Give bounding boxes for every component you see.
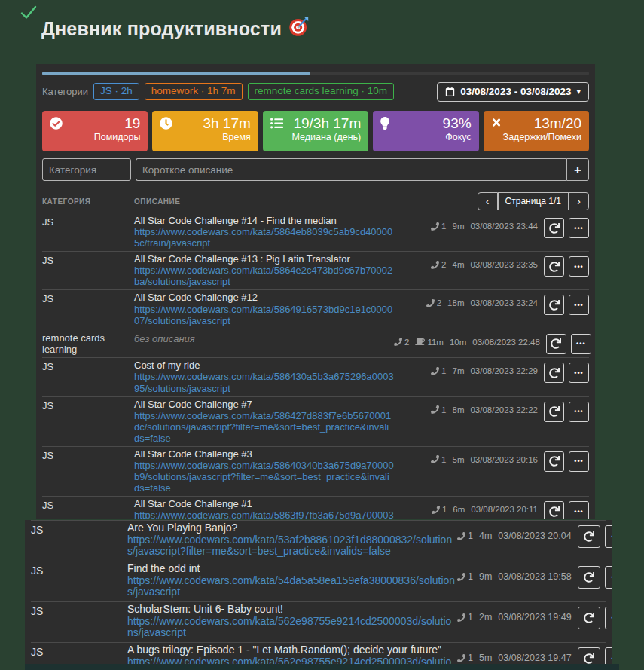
stat-value: 93% bbox=[380, 115, 471, 132]
category-input[interactable] bbox=[42, 158, 131, 181]
row-description: без описания bbox=[134, 331, 394, 344]
category-chip-remnote[interactable]: remnote cards learning · 10m bbox=[248, 83, 394, 100]
repeat-button[interactable] bbox=[544, 501, 564, 519]
row-duration: 5m bbox=[479, 653, 492, 663]
refresh-icon bbox=[549, 262, 560, 272]
scroll-indicator-thumb[interactable] bbox=[42, 72, 310, 75]
ellipsis-icon: ••• bbox=[574, 457, 583, 465]
more-button[interactable]: ••• bbox=[605, 566, 612, 589]
row-duration: 9m bbox=[452, 222, 464, 231]
row-meta: 1 7m 03/08/2023 22:29 bbox=[394, 359, 538, 375]
refresh-icon bbox=[549, 223, 560, 234]
more-button[interactable]: ••• bbox=[571, 334, 591, 354]
row-link[interactable]: https://www.codewars.com/kata/58640340b3… bbox=[134, 460, 394, 494]
page-indicator: Страница 1/1 bbox=[498, 192, 569, 210]
refresh-icon bbox=[584, 613, 594, 623]
repeat-button[interactable] bbox=[544, 218, 564, 238]
row-description: All Star Code Challenge #1 https://www.c… bbox=[134, 498, 394, 519]
repeat-button[interactable] bbox=[544, 256, 564, 277]
row-title: A bugs trilogy: Episode 1 - "Let Math.Ra… bbox=[127, 644, 457, 656]
category-chip-js[interactable]: JS · 2h bbox=[93, 83, 139, 100]
row-link[interactable]: https://www.codewars.com/kata/54da5a58ea… bbox=[127, 575, 457, 598]
row-link[interactable]: https://www.codewars.com/kata/5863f97fb3… bbox=[134, 509, 394, 519]
row-category: JS bbox=[42, 253, 134, 266]
more-button[interactable]: ••• bbox=[569, 295, 589, 315]
row-title: All Star Code Challenge #12 bbox=[134, 292, 394, 303]
row-datetime: 03/08/2023 20:04 bbox=[498, 531, 571, 541]
more-button[interactable]: ••• bbox=[569, 256, 589, 277]
row-title: Cost of my ride bbox=[134, 359, 394, 371]
more-button[interactable]: ••• bbox=[605, 525, 612, 548]
row-link[interactable]: https://www.codewars.com/kata/586427d883… bbox=[134, 410, 394, 444]
row-datetime: 03/08/2023 20:16 bbox=[470, 455, 538, 464]
collapsed-panel-edge[interactable] bbox=[25, 664, 619, 670]
row-actions: ••• bbox=[544, 215, 589, 238]
row-link[interactable]: https://www.codewars.com/kata/5864eb8039… bbox=[134, 226, 394, 249]
row-duration: 5m bbox=[452, 455, 464, 464]
repeat-button[interactable] bbox=[578, 525, 600, 548]
date-range-picker[interactable]: 03/08/2023 - 03/08/2023 ▾ bbox=[437, 82, 589, 102]
row-link[interactable]: https://www.codewars.com/kata/562e98755e… bbox=[127, 616, 457, 639]
entries-table: JS All Star Code Challenge #14 - Find th… bbox=[42, 213, 589, 519]
prev-page-button[interactable]: ‹ bbox=[478, 192, 498, 210]
more-button[interactable]: ••• bbox=[569, 218, 589, 238]
repeat-button[interactable] bbox=[578, 607, 600, 629]
chevron-down-icon: ▾ bbox=[576, 87, 581, 96]
repeat-button[interactable] bbox=[544, 295, 564, 315]
repeat-button[interactable] bbox=[578, 566, 600, 589]
phone-icon bbox=[457, 532, 465, 540]
row-link[interactable]: https://www.codewars.com/kata/53af2b8861… bbox=[127, 534, 457, 558]
more-button[interactable]: ••• bbox=[569, 451, 589, 472]
row-title: All Star Code Challenge #13 : Pig Latin … bbox=[134, 253, 394, 265]
row-meta: 1 2m 03/08/2023 19:49 bbox=[457, 604, 572, 623]
table-row: JS All Star Code Challenge #7 https://ww… bbox=[42, 396, 589, 446]
row-actions: ••• bbox=[546, 331, 591, 354]
calls-number: 1 bbox=[442, 505, 447, 514]
row-description: A bugs trilogy: Episode 1 - "Let Math.Ra… bbox=[127, 644, 457, 664]
row-duration: 18m bbox=[447, 298, 464, 307]
table-header: КАТЕГОРИЯ ОПИСАНИЕ ‹ Страница 1/1 › bbox=[42, 190, 589, 213]
repeat-button[interactable] bbox=[578, 647, 600, 664]
category-chip-homework[interactable]: homework · 1h 7m bbox=[145, 83, 243, 100]
row-link[interactable]: https://www.codewars.com/kata/586430a5b3… bbox=[134, 371, 394, 393]
row-datetime: 03/08/2023 19:58 bbox=[498, 571, 571, 582]
next-page-button[interactable]: › bbox=[569, 192, 589, 210]
row-link[interactable]: https://www.codewars.com/kata/5864916573… bbox=[134, 304, 394, 326]
calls-number: 2 bbox=[437, 298, 441, 307]
repeat-button[interactable] bbox=[544, 451, 564, 472]
row-datetime: 03/08/2023 22:48 bbox=[472, 338, 540, 347]
stat-card-focus: 93% Фокус bbox=[373, 111, 478, 151]
row-link[interactable]: https://www.codewars.com/kata/562e98755e… bbox=[127, 656, 457, 664]
date-range-value: 03/08/2023 - 03/08/2023 bbox=[460, 86, 571, 97]
row-meta: 1 4m 03/08/2023 20:04 bbox=[457, 522, 572, 541]
row-description: Find the odd int https://www.codewars.co… bbox=[127, 563, 457, 598]
row-duration: 2m bbox=[479, 612, 492, 623]
scroll-indicator-track[interactable] bbox=[42, 72, 589, 75]
row-actions: ••• bbox=[544, 399, 589, 422]
more-button[interactable]: ••• bbox=[569, 402, 589, 422]
stats-row: 19 Помидоры 3h 17m Время 19/3h 17m Медиа… bbox=[42, 111, 589, 151]
repeat-button[interactable] bbox=[546, 334, 566, 354]
calls-number: 1 bbox=[441, 455, 446, 464]
row-category: JS bbox=[42, 399, 134, 411]
row-meta: 1 9m 03/08/2023 23:44 bbox=[394, 215, 538, 231]
clock-icon bbox=[160, 117, 172, 133]
repeat-button[interactable] bbox=[544, 363, 564, 383]
phone-icon bbox=[457, 613, 465, 622]
add-entry-button[interactable]: + bbox=[566, 158, 589, 181]
phone-icon bbox=[426, 299, 435, 307]
more-button[interactable]: ••• bbox=[605, 607, 612, 629]
description-input[interactable] bbox=[136, 158, 566, 181]
phone-icon bbox=[432, 506, 440, 514]
calls-count: 1 bbox=[431, 222, 446, 231]
refresh-icon bbox=[549, 406, 560, 417]
more-button[interactable]: ••• bbox=[569, 501, 589, 519]
row-link[interactable]: https://www.codewars.com/kata/5864e2c473… bbox=[134, 265, 394, 287]
repeat-button[interactable] bbox=[544, 402, 564, 422]
more-button[interactable]: ••• bbox=[605, 647, 612, 664]
more-button[interactable]: ••• bbox=[569, 363, 589, 383]
stat-value: 19 bbox=[50, 115, 140, 132]
table-row: JS All Star Code Challenge #12 https://w… bbox=[42, 289, 589, 328]
table-row: JS All Star Code Challenge #3 https://ww… bbox=[42, 446, 589, 496]
row-title: All Star Code Challenge #1 bbox=[134, 498, 394, 509]
